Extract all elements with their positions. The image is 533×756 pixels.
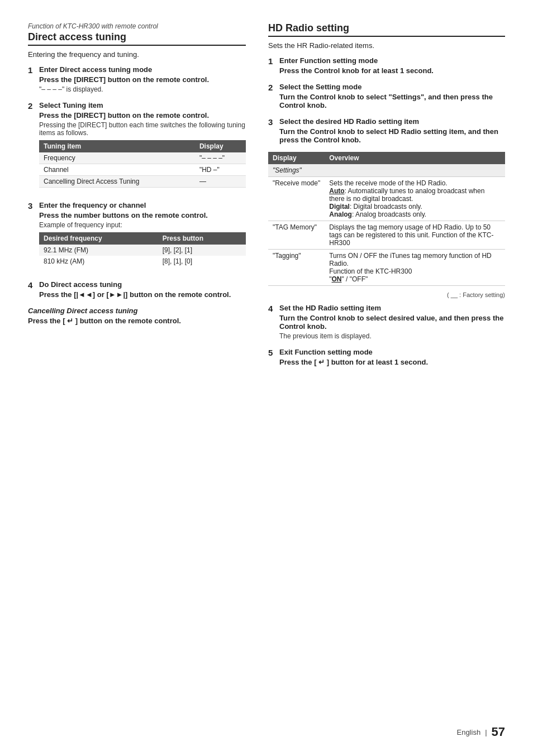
step-4-header: Do Direct access tuning (39, 280, 246, 289)
right-column: HD Radio setting Sets the HR Radio-relat… (268, 22, 505, 374)
step-4-body: Press the [|◄◄] or [►►|] button on the r… (39, 290, 246, 299)
page-footer: English | 57 (456, 725, 505, 739)
right-step-1-content: Enter Function setting mode Press the Co… (279, 56, 505, 75)
table-row: 810 kHz (AM)[8], [1], [0] (39, 256, 246, 267)
right-step-5-number: 5 (268, 348, 277, 366)
step-1-content: Enter Direct access tuning mode Press th… (39, 65, 246, 93)
right-step-3-header: Select the desired HD Radio setting item (279, 117, 505, 126)
step-1-header: Enter Direct access tuning mode (39, 65, 246, 74)
right-intro: Sets the HR Radio-related items. (268, 41, 505, 50)
step-4: 4 Do Direct access tuning Press the [|◄◄… (28, 280, 246, 299)
step-2: 2 Select Tuning item Press the [DIRECT] … (28, 101, 246, 193)
step-3-body: Press the number buttons on the remote c… (39, 211, 246, 219)
right-step-1-body: Press the Control knob for at least 1 se… (279, 66, 505, 75)
step-2-number: 2 (28, 101, 37, 193)
cancelling-section: Cancelling Direct access tuning Press th… (28, 307, 246, 325)
step-1-number: 1 (28, 65, 37, 93)
table-row: Cancelling Direct Access Tuning— (39, 176, 246, 188)
table-row: "Receive mode"Sets the receive mode of t… (268, 177, 505, 221)
step-3-content: Enter the frequency or channel Press the… (39, 201, 246, 272)
page-number: 57 (492, 725, 505, 739)
right-step-2-number: 2 (268, 83, 277, 109)
hd-col-1: Display (268, 152, 325, 164)
step-2-content: Select Tuning item Press the [DIRECT] bu… (39, 101, 246, 193)
right-step-4-body: Turn the Control knob to select desired … (279, 314, 505, 331)
right-step-5-body: Press the [ ↵ ] button for at least 1 se… (279, 358, 505, 366)
step-1: 1 Enter Direct access tuning mode Press … (28, 65, 246, 93)
right-step-2-body: Turn the Control knob to select "Setting… (279, 93, 505, 109)
table-row: "Tagging"Turns ON / OFF the iTunes tag m… (268, 250, 505, 286)
right-step-3: 3 Select the desired HD Radio setting it… (268, 117, 505, 144)
table-row: "TAG Memory"Displays the tag memory usag… (268, 221, 505, 250)
right-step-1: 1 Enter Function setting mode Press the … (268, 56, 505, 75)
right-step-4-number: 4 (268, 304, 277, 340)
left-column: Function of KTC-HR300 with remote contro… (28, 22, 246, 374)
right-step-4: 4 Set the HD Radio setting item Turn the… (268, 304, 505, 340)
right-section-title: HD Radio setting (268, 22, 505, 37)
footer-language: English (456, 728, 480, 736)
table-row: Channel"HD –" (39, 164, 246, 176)
tuning-col-1: Tuning item (39, 140, 195, 152)
left-intro: Entering the frequency and tuning. (28, 50, 246, 59)
step-3-number: 3 (28, 201, 37, 272)
step-1-body: Press the [DIRECT] button on the remote … (39, 75, 246, 84)
step-3: 3 Enter the frequency or channel Press t… (28, 201, 246, 272)
freq-col-1: Desired frequency (39, 232, 158, 245)
right-step-3-body: Turn the Control knob to select HD Radio… (279, 127, 505, 144)
right-step-5-header: Exit Function setting mode (279, 348, 505, 356)
step-2-note: Pressing the [DIRECT] button each time s… (39, 121, 246, 137)
right-step-3-content: Select the desired HD Radio setting item… (279, 117, 505, 144)
right-step-4-content: Set the HD Radio setting item Turn the C… (279, 304, 505, 340)
table-row: "Settings" (268, 164, 505, 177)
step-1-note: "– – – –" is displayed. (39, 85, 246, 93)
right-step-5: 5 Exit Function setting mode Press the [… (268, 348, 505, 366)
table-row: Frequency"– – – –" (39, 152, 246, 164)
table-row: 92.1 MHz (FM)[9], [2], [1] (39, 245, 246, 256)
right-step-2: 2 Select the Setting mode Turn the Contr… (268, 83, 505, 109)
tuning-col-2: Display (195, 140, 246, 152)
step-2-body: Press the [DIRECT] button on the remote … (39, 111, 246, 119)
factory-note: ( __ : Factory setting) (268, 291, 505, 298)
right-step-2-header: Select the Setting mode (279, 83, 505, 91)
right-step-2-content: Select the Setting mode Turn the Control… (279, 83, 505, 109)
step-3-note: Example of frequency input: (39, 221, 246, 229)
step-4-content: Do Direct access tuning Press the [|◄◄] … (39, 280, 246, 299)
right-step-1-header: Enter Function setting mode (279, 56, 505, 65)
step-4-number: 4 (28, 280, 37, 299)
right-step-1-number: 1 (268, 56, 277, 75)
step-2-header: Select Tuning item (39, 101, 246, 109)
freq-table: Desired frequency Press button 92.1 MHz … (39, 232, 246, 267)
left-section-title: Direct access tuning (28, 31, 246, 46)
right-step-4-header: Set the HD Radio setting item (279, 304, 505, 312)
footer-separator: | (485, 728, 487, 736)
cancelling-header: Cancelling Direct access tuning (28, 307, 246, 315)
freq-col-2: Press button (158, 232, 246, 245)
right-step-5-content: Exit Function setting mode Press the [ ↵… (279, 348, 505, 366)
cancelling-body: Press the [ ↵ ] button on the remote con… (28, 317, 246, 325)
hd-table: Display Overview "Settings""Receive mode… (268, 152, 505, 286)
hd-col-2: Overview (325, 152, 505, 164)
section-subtitle: Function of KTC-HR300 with remote contro… (28, 22, 246, 30)
right-step-3-number: 3 (268, 117, 277, 144)
tuning-table: Tuning item Display Frequency"– – – –"Ch… (39, 140, 246, 188)
right-step-4-note: The previous item is displayed. (279, 332, 505, 340)
step-3-header: Enter the frequency or channel (39, 201, 246, 209)
